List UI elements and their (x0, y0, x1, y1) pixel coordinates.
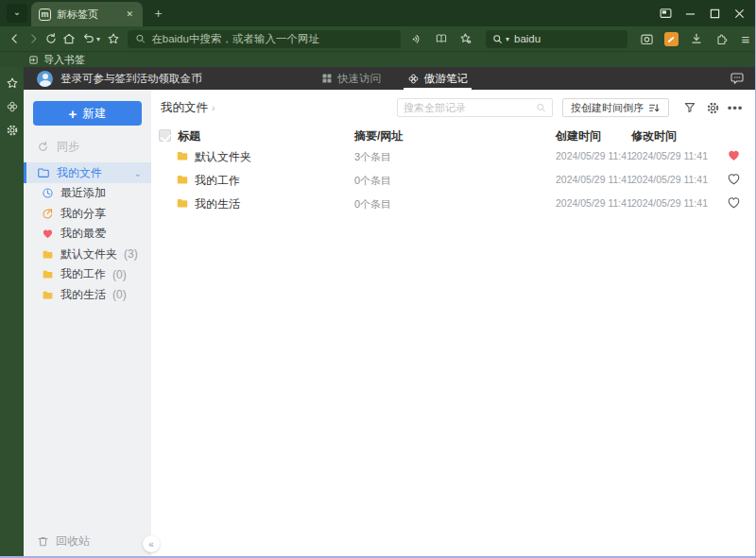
tab-quick-access[interactable]: 快速访问 (321, 67, 381, 90)
search-icon (135, 33, 146, 44)
quick-search-value[interactable]: baidu (514, 33, 541, 44)
sidebar-item-default-folder[interactable]: 默认文件夹 (3) (24, 245, 151, 265)
row-modified: 2024/05/29 11:41 (631, 197, 708, 209)
folder-icon (176, 149, 189, 162)
row-title[interactable]: 默认文件夹 (195, 149, 251, 165)
read-aloud-icon[interactable] (406, 29, 427, 48)
tab-title: 新标签页 (57, 8, 124, 22)
address-bar[interactable] (128, 30, 401, 48)
maximize-button[interactable] (705, 4, 724, 23)
chevron-down-icon: ⌄ (13, 7, 21, 17)
maxnote-icon[interactable] (662, 29, 682, 48)
screenshot-camera-icon[interactable] (637, 29, 658, 48)
undo-dropdown-icon[interactable]: ▾ (96, 35, 100, 43)
column-summary[interactable]: 摘要/网址 (354, 128, 403, 144)
favorite-star-button[interactable] (104, 29, 122, 48)
favorite-heart-icon[interactable] (727, 172, 741, 186)
new-note-button[interactable]: + 新建 (33, 101, 142, 126)
sync-button[interactable]: 同步 (37, 137, 151, 156)
settings-gear-icon[interactable] (705, 100, 720, 115)
browser-tab-active[interactable]: m 新标签页 ✕ (31, 2, 143, 26)
tab-maxnote-label: 傲游笔记 (424, 72, 468, 86)
reader-mode-icon[interactable] (431, 29, 452, 48)
heart-icon (42, 228, 54, 240)
row-modified: 2024/05/29 11:41 (631, 150, 708, 161)
avatar[interactable] (37, 71, 53, 87)
collapse-sidebar-button[interactable]: « (143, 535, 160, 552)
favorite-heart-icon[interactable] (727, 195, 741, 210)
menu-icon[interactable]: ≡ (735, 29, 756, 48)
breadcrumb[interactable]: 我的文件 › (161, 100, 215, 116)
notes-search-box[interactable] (397, 98, 553, 117)
bookmark-manager-icon[interactable] (455, 29, 476, 48)
sync-icon (37, 141, 49, 153)
favorite-heart-icon[interactable] (727, 148, 741, 162)
notes-header: 登录可参与签到活动领取金币 快速访问 傲游笔记 (24, 67, 756, 90)
more-options-icon[interactable]: ••• (728, 100, 743, 115)
new-note-label: 新建 (82, 106, 106, 122)
breadcrumb-arrow-icon: › (212, 103, 215, 113)
back-button[interactable] (6, 29, 24, 48)
table-row[interactable]: 我的生活 0个条目 2024/05/29 11:41 2024/05/29 11… (151, 192, 756, 215)
folder-icon (176, 173, 189, 186)
sidebar-item-favorites[interactable]: 我的最爱 (24, 224, 151, 245)
sidebar-item-my-life[interactable]: 我的生活 (0) (24, 285, 151, 306)
row-summary: 0个条目 (354, 197, 391, 211)
forward-button[interactable] (24, 29, 42, 48)
quick-search-box[interactable]: ▾ baidu (486, 30, 627, 48)
sort-button[interactable]: 按创建时间倒序 (562, 98, 669, 117)
login-banner[interactable]: 登录可参与签到活动领取金币 (60, 72, 202, 86)
close-button[interactable] (730, 4, 748, 23)
sidebar-item-shares[interactable]: 我的分享 (24, 204, 151, 225)
sidebar-item-recent[interactable]: 最近添加 (24, 183, 151, 204)
chevron-down-icon[interactable]: ⌄ (134, 168, 142, 178)
share-icon (42, 208, 54, 220)
browser-titlebar: ⌄ m 新标签页 ✕ ＋ (0, 0, 756, 26)
select-all-checkbox[interactable] (159, 129, 171, 142)
row-title[interactable]: 我的工作 (195, 173, 240, 189)
column-created[interactable]: 创建时间 (556, 128, 601, 144)
search-icon (536, 102, 546, 113)
table-row[interactable]: 我的工作 0个条目 2024/05/29 11:41 2024/05/29 11… (151, 168, 756, 192)
note-pencil-icon (664, 32, 679, 46)
search-engine-dropdown-icon[interactable]: ▾ (506, 35, 509, 43)
filter-funnel-icon[interactable] (682, 100, 697, 115)
bookmarks-bar: 导入书签 (0, 51, 756, 67)
notes-main: 我的文件 › 按创建时间倒序 (151, 90, 756, 558)
rail-favorites-star-icon[interactable] (5, 76, 20, 91)
rail-notes-clover-icon[interactable] (5, 99, 20, 114)
clock-icon (42, 187, 54, 199)
my-files-label: 我的文件 (57, 165, 102, 181)
row-summary: 0个条目 (354, 174, 391, 188)
column-title[interactable]: 标题 (178, 128, 200, 144)
sidebar-item-label: 默认文件夹 (60, 246, 117, 262)
rail-settings-gear-icon[interactable] (5, 123, 20, 138)
home-button[interactable] (60, 29, 77, 48)
column-modified[interactable]: 修改时间 (631, 128, 677, 144)
new-tab-button[interactable]: ＋ (152, 5, 164, 22)
table-row[interactable]: 默认文件夹 3个条目 2024/05/29 11:41 2024/05/29 1… (151, 144, 756, 168)
row-created: 2024/05/29 11:41 (556, 150, 632, 161)
download-icon[interactable] (686, 29, 707, 48)
tab-maxnote[interactable]: 傲游笔记 (407, 67, 468, 90)
tab-list-button[interactable]: ⌄ (7, 4, 27, 23)
refresh-button[interactable] (42, 29, 60, 48)
split-window-icon[interactable] (656, 4, 675, 23)
recycle-bin-button[interactable]: 回收站 (24, 532, 151, 550)
tab-close-icon[interactable]: ✕ (124, 9, 135, 19)
undo-button[interactable]: ▾ (77, 29, 100, 48)
sidebar-item-my-files[interactable]: 我的文件 ⌄ (24, 162, 151, 183)
row-created: 2024/05/29 11:41 (556, 197, 632, 209)
row-title[interactable]: 我的生活 (195, 196, 240, 212)
feedback-bubble-icon[interactable] (730, 71, 745, 86)
page-content: 登录可参与签到活动领取金币 快速访问 傲游笔记 + (0, 67, 756, 558)
main-toolbar: 我的文件 › 按创建时间倒序 (151, 97, 756, 118)
notes-search-input[interactable] (404, 102, 536, 113)
address-input[interactable] (151, 33, 393, 44)
trash-icon (37, 535, 49, 548)
import-bookmarks-button[interactable]: 导入书签 (28, 53, 85, 67)
extensions-puzzle-icon[interactable] (711, 29, 731, 48)
folder-icon (42, 268, 54, 280)
sidebar-item-my-work[interactable]: 我的工作 (0) (24, 264, 151, 285)
minimize-button[interactable] (680, 4, 699, 23)
